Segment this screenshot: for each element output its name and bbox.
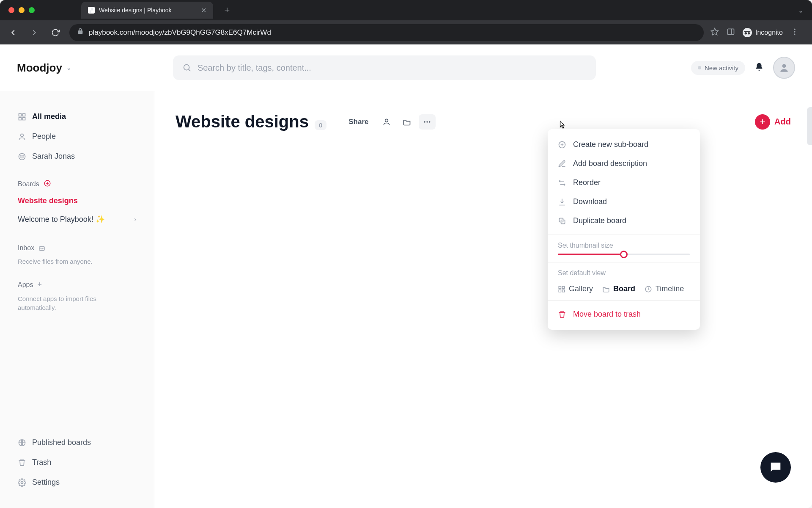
menu-item-label: Reorder xyxy=(573,178,601,187)
forward-button[interactable] xyxy=(27,25,41,40)
menu-download[interactable]: Download xyxy=(548,192,700,211)
sidebar-board-website-designs[interactable]: Website designs xyxy=(13,193,141,209)
svg-point-8 xyxy=(794,33,795,35)
share-button[interactable]: Share xyxy=(343,114,374,130)
board-options-menu: Create new sub-board Add board descripti… xyxy=(548,129,700,330)
inbox-header[interactable]: Inbox xyxy=(13,244,141,252)
topbar: Moodjoy ⌄ Search by title, tags, content… xyxy=(0,44,812,91)
sidebar-item-label: All media xyxy=(32,112,66,121)
sidebar-item-label: Sarah Jonas xyxy=(32,152,75,161)
sidebar-item-people[interactable]: People xyxy=(13,128,141,145)
members-button[interactable] xyxy=(378,114,395,130)
add-button[interactable]: + Add xyxy=(755,114,791,130)
incognito-icon xyxy=(743,28,752,37)
tabs-overflow-icon[interactable]: ⌄ xyxy=(798,6,804,14)
activity-label: New activity xyxy=(705,64,738,72)
person-icon xyxy=(18,133,26,141)
menu-create-subboard[interactable]: Create new sub-board xyxy=(548,135,700,154)
board-header: Website designs 0 Share + xyxy=(176,112,791,131)
incognito-badge[interactable]: Incognito xyxy=(743,28,783,37)
view-board[interactable]: Board xyxy=(602,284,635,293)
activity-chip[interactable]: New activity xyxy=(691,61,745,75)
svg-point-11 xyxy=(782,64,786,68)
inbox-hint: Receive files from anyone. xyxy=(13,256,141,266)
menu-duplicate[interactable]: Duplicate board xyxy=(548,211,700,230)
window-controls[interactable] xyxy=(8,7,35,13)
svg-point-28 xyxy=(426,121,428,122)
main: Website designs 0 Share + xyxy=(154,91,812,508)
chat-icon xyxy=(768,460,783,475)
default-view-label: Set default view xyxy=(548,267,700,281)
sidebar-item-label: Website designs xyxy=(18,196,78,205)
search-input[interactable]: Search by title, tags, content... xyxy=(173,55,596,80)
panel-icon[interactable] xyxy=(727,28,735,38)
sidebar-item-all-media[interactable]: All media xyxy=(13,108,141,125)
svg-point-9 xyxy=(184,65,189,70)
menu-add-description[interactable]: Add board description xyxy=(548,154,700,173)
browser-tab[interactable]: ▞ Website designs | Playbook ✕ xyxy=(81,2,213,19)
sidebar-item-label: Trash xyxy=(32,458,51,467)
plus-circle-icon xyxy=(558,141,566,149)
menu-reorder[interactable]: Reorder xyxy=(548,173,700,192)
reload-button[interactable] xyxy=(48,25,63,40)
svg-point-4 xyxy=(748,32,750,35)
svg-marker-0 xyxy=(711,28,719,35)
view-timeline[interactable]: Timeline xyxy=(645,284,684,293)
boards-header-label: Boards xyxy=(18,180,39,188)
notifications-button[interactable] xyxy=(754,62,764,73)
duplicate-icon xyxy=(558,217,566,225)
sidebar-item-trash[interactable]: Trash xyxy=(13,454,141,471)
smile-icon xyxy=(18,152,26,161)
tab-favicon: ▞ xyxy=(88,7,95,14)
svg-point-6 xyxy=(794,28,795,30)
svg-rect-36 xyxy=(562,286,565,288)
svg-rect-14 xyxy=(19,117,22,120)
browser-menu-icon[interactable] xyxy=(790,28,799,38)
url-text: playbook.com/moodjoy/zbVbG9QhGG7G8xE6Q7M… xyxy=(89,28,271,37)
new-tab-button[interactable]: + xyxy=(217,5,236,16)
sidebar-item-published[interactable]: Published boards xyxy=(13,434,141,451)
lock-icon xyxy=(77,28,84,37)
more-options-button[interactable] xyxy=(419,114,436,130)
sidebar-item-label: Welcome to Playbook! ✨ xyxy=(18,215,105,224)
sidebar-item-label: People xyxy=(32,132,56,141)
close-tab-icon[interactable]: ✕ xyxy=(201,6,206,14)
globe-icon xyxy=(18,439,26,447)
address-bar[interactable]: playbook.com/moodjoy/zbVbG9QhGG7G8xE6Q7M… xyxy=(69,24,704,41)
right-panel-handle[interactable] xyxy=(807,107,812,145)
chat-fab[interactable] xyxy=(760,452,791,483)
sidebar-board-welcome[interactable]: Welcome to Playbook! ✨ › xyxy=(13,211,141,227)
sidebar-item-settings[interactable]: Settings xyxy=(13,474,141,491)
window-minimize[interactable] xyxy=(19,7,25,13)
plus-icon: + xyxy=(755,114,770,130)
svg-point-29 xyxy=(429,121,430,122)
window-close[interactable] xyxy=(8,7,14,13)
view-gallery[interactable]: Gallery xyxy=(558,284,593,293)
grid-icon xyxy=(558,285,565,293)
slider-thumb[interactable] xyxy=(620,251,628,258)
add-app-button[interactable]: + xyxy=(37,280,42,289)
svg-rect-23 xyxy=(39,247,44,251)
sidebar-item-user-sarah[interactable]: Sarah Jonas xyxy=(13,148,141,165)
menu-item-label: Duplicate board xyxy=(573,216,626,225)
menu-item-label: Create new sub-board xyxy=(573,140,648,149)
apps-header[interactable]: Apps + xyxy=(13,280,141,289)
folder-button[interactable] xyxy=(398,114,415,130)
divider xyxy=(548,235,700,235)
svg-rect-1 xyxy=(728,29,734,34)
menu-move-to-trash[interactable]: Move board to trash xyxy=(548,305,700,324)
apps-header-label: Apps xyxy=(18,281,33,289)
app: Moodjoy ⌄ Search by title, tags, content… xyxy=(0,44,812,508)
activity-dot-icon xyxy=(698,66,701,69)
add-board-button[interactable] xyxy=(44,179,51,189)
slider-fill xyxy=(558,254,624,255)
thumbnail-size-slider[interactable] xyxy=(548,254,700,258)
reorder-icon xyxy=(558,179,566,187)
svg-point-27 xyxy=(424,121,425,122)
workspace-switcher[interactable]: Moodjoy ⌄ xyxy=(17,61,71,75)
back-button[interactable] xyxy=(6,25,20,40)
folder-icon xyxy=(403,118,411,126)
bookmark-icon[interactable] xyxy=(710,28,719,38)
user-avatar[interactable] xyxy=(773,57,795,79)
window-maximize[interactable] xyxy=(29,7,35,13)
